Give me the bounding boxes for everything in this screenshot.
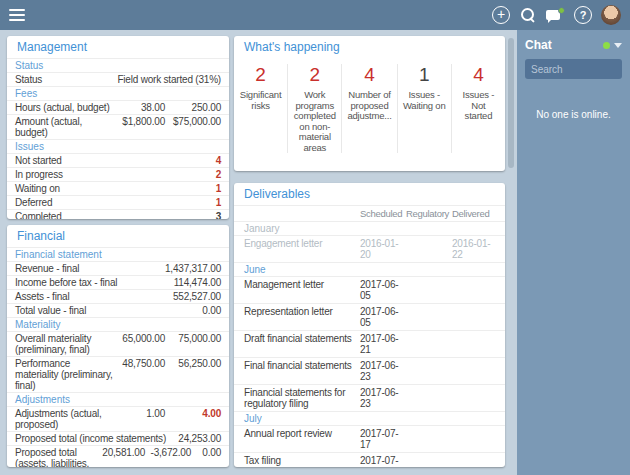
row-label: Hours (actual, budget)	[15, 102, 115, 113]
section-status: Status	[7, 58, 229, 72]
stat-label: Issues - Waiting on	[403, 90, 446, 111]
regulatory-date	[406, 455, 451, 467]
value-preliminary: 65,000.00	[119, 333, 165, 344]
chat-search-input[interactable]	[531, 64, 616, 75]
vertical-scrollbar[interactable]	[508, 38, 514, 168]
management-card: Management Status Status Field work star…	[7, 36, 229, 219]
deliverable-name: Financial statements for regulatory fili…	[244, 387, 359, 409]
add-icon[interactable]	[492, 6, 510, 24]
stat-label: Work programs completed on non-material …	[293, 90, 336, 153]
stat-label: Issues - Not started	[457, 90, 500, 122]
card-title-deliverables: Deliverables	[234, 183, 505, 205]
value-preliminary: 48,750.00	[119, 358, 165, 369]
regulatory-date	[406, 306, 451, 328]
deliverable-name: Draft financial statements	[244, 333, 359, 355]
issue-count: 2	[216, 169, 221, 180]
chat-panel: Chat No one is online.	[517, 30, 630, 475]
income-row: Income before tax - final 114,474.00	[7, 275, 229, 289]
section-adjustments: Adjustments	[7, 392, 229, 406]
total-value-row: Total value - final 0.00	[7, 303, 229, 317]
row-label: Waiting on	[15, 183, 212, 194]
deliverable-row-management-letter: Management letter 2017-06-05	[234, 276, 505, 303]
deliverable-name: Management letter	[244, 279, 359, 301]
amount-row: Amount (actual, budget) $1,800.00 $75,00…	[7, 114, 229, 139]
stats-strip: 2 Significant risks 2 Work programs comp…	[234, 58, 505, 157]
deliverable-name: Final financial statements	[244, 360, 359, 382]
help-icon[interactable]	[574, 6, 592, 24]
delivered-date: 2016-01-22	[452, 238, 497, 260]
adjustments-row: Adjustments (actual, proposed) 1.00 4.00	[7, 406, 229, 431]
financial-card: Financial Financial statement Revenue - …	[7, 225, 229, 467]
section-issues: Issues	[7, 139, 229, 153]
stat-issues-not-started[interactable]: 4 Issues - Not started	[451, 64, 505, 153]
issue-count: 1	[216, 183, 221, 194]
topbar	[0, 0, 630, 30]
value-actual: 1.00	[119, 408, 165, 419]
month-header-june: June	[234, 262, 505, 276]
messages-icon[interactable]	[546, 6, 565, 25]
row-value: 24,253.00	[178, 433, 221, 444]
chat-header: Chat	[517, 30, 630, 59]
stat-label: Number of proposed adjustme...	[347, 90, 391, 122]
stat-proposed-adjustments[interactable]: 4 Number of proposed adjustme...	[341, 64, 396, 153]
column-scheduled: Scheduled	[360, 208, 405, 219]
regulatory-date	[406, 333, 451, 355]
deliverable-row-annual-report-review: Annual report review 2017-07-17	[234, 425, 505, 452]
menu-icon[interactable]	[9, 6, 27, 24]
stat-label: Significant risks	[239, 90, 282, 111]
scheduled-date: 2017-06-05	[360, 306, 405, 328]
scheduled-date: 2016-01-20	[360, 238, 405, 260]
status-value: Field work started (31%)	[117, 74, 221, 85]
row-label: Performance materiality (preliminary, fi…	[15, 358, 115, 391]
hours-row: Hours (actual, budget) 38.00 250.00	[7, 100, 229, 114]
row-label: Adjustments (actual, proposed)	[15, 408, 115, 430]
overall-materiality-row: Overall materiality (preliminary, final)…	[7, 331, 229, 356]
value-final: 75,000.00	[169, 333, 221, 344]
row-label: In progress	[15, 169, 212, 180]
scheduled-date: 2017-06-21	[360, 333, 405, 355]
stat-value: 4	[457, 64, 500, 86]
row-value: 114,474.00	[174, 277, 221, 288]
value-equity: 0.00	[195, 447, 221, 458]
assets-row: Assets - final 552,527.00	[7, 289, 229, 303]
deliverables-column-headers: Scheduled Regulatory Delivered	[234, 205, 505, 221]
chat-search-box	[525, 59, 622, 79]
value-liabilities: -3,672.00	[149, 447, 191, 458]
issue-row-completed: Completed 3	[7, 209, 229, 219]
search-icon[interactable]	[519, 6, 537, 24]
section-fees: Fees	[7, 86, 229, 100]
user-avatar[interactable]	[601, 5, 621, 25]
value-proposed: 4.00	[169, 408, 221, 419]
column-spacer	[244, 208, 359, 219]
hours-budget: 250.00	[169, 102, 221, 113]
row-label: Proposed total (assets, liabilities, equ…	[15, 447, 98, 467]
deliverable-row-final-financial-statements: Final financial statements 2017-06-23	[234, 357, 505, 384]
stat-issues-waiting-on[interactable]: 1 Issues - Waiting on	[397, 64, 451, 153]
scheduled-date: 2017-06-23	[360, 360, 405, 382]
row-label: Income before tax - final	[15, 277, 170, 288]
row-label: Status	[15, 74, 113, 85]
delivered-date	[452, 333, 497, 355]
row-label: Completed	[15, 211, 212, 219]
deliverable-name: Representation letter	[244, 306, 359, 328]
deliverable-row-engagement-letter: Engagement letter 2016-01-20 2016-01-22	[234, 235, 505, 262]
deliverable-row-tax-filing: Tax filing 2017-07-28	[234, 452, 505, 467]
delivered-date	[452, 279, 497, 301]
whats-happening-card: What's happening 2 Significant risks 2 W…	[234, 36, 505, 171]
delivered-date	[452, 360, 497, 382]
deliverable-name: Tax filing	[244, 455, 359, 467]
stat-significant-risks[interactable]: 2 Significant risks	[234, 64, 287, 153]
scheduled-date: 2017-06-23	[360, 387, 405, 409]
regulatory-date	[406, 428, 451, 450]
row-label: Deferred	[15, 197, 212, 208]
row-label: Overall materiality (preliminary, final)	[15, 333, 115, 355]
section-financial-statement: Financial statement	[7, 247, 229, 261]
issue-row-waiting-on: Waiting on 1	[7, 181, 229, 195]
row-label: Revenue - final	[15, 263, 161, 274]
chevron-down-icon[interactable]	[614, 43, 622, 48]
stat-value: 1	[403, 64, 446, 86]
stat-work-programs[interactable]: 2 Work programs completed on non-materia…	[287, 64, 341, 153]
status-row: Status Field work started (31%)	[7, 72, 229, 86]
issue-row-deferred: Deferred 1	[7, 195, 229, 209]
month-header-july: July	[234, 411, 505, 425]
